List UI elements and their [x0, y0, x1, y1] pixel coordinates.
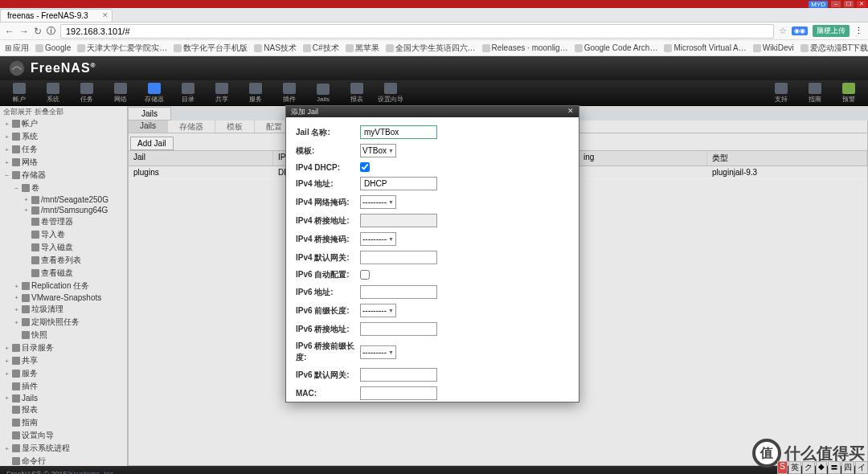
tree-node[interactable]: +服务 [0, 367, 127, 380]
tree-node[interactable]: 插件 [0, 380, 127, 393]
toolbar-storage[interactable]: 存储器 [140, 83, 169, 104]
bookmark-item[interactable]: 全国大学生英语四六… [386, 43, 476, 54]
tree-node[interactable]: 卷管理器 [0, 215, 127, 228]
template-select[interactable]: VTBox▼ [360, 144, 396, 157]
apps-icon[interactable]: ⊞ 应用 [5, 43, 29, 54]
subtab-jails[interactable]: Jails [129, 121, 168, 133]
extension-button[interactable]: 脑梗上传 [813, 25, 850, 37]
ipv4-gw-input[interactable] [360, 251, 437, 264]
tree-node[interactable]: +任务 [0, 143, 127, 156]
subtab-templates[interactable]: 模板 [215, 121, 255, 133]
tree-node[interactable]: 报表 [0, 403, 127, 416]
bookmark-star-icon[interactable]: ☆ [779, 26, 787, 36]
close-tab-icon[interactable]: ✕ [102, 11, 108, 19]
menu-icon[interactable]: ⋮ [854, 26, 863, 36]
tree-node[interactable]: +/mnt/Seagate250G [0, 194, 127, 205]
col-type[interactable]: 类型 [707, 151, 867, 165]
ipv6-plen-select[interactable]: ---------▼ [360, 304, 396, 317]
ipv6-addr-label: IPv6 地址: [296, 287, 360, 298]
bookmark-item[interactable]: Releases · moonlig… [482, 43, 568, 52]
maximize-button[interactable]: ☐ [844, 1, 854, 7]
tree-node[interactable]: 设置向导 [0, 429, 127, 442]
modal-close-icon[interactable]: ✕ [567, 107, 574, 116]
minimize-button[interactable]: – [831, 1, 841, 7]
toolbar-services[interactable]: 服务 [241, 83, 270, 104]
ipv6-addr-input[interactable] [360, 285, 437, 299]
extension-icon[interactable]: ◉◉ [792, 27, 808, 35]
bookmark-item[interactable]: Google [35, 43, 71, 52]
tree-node[interactable]: +定期快照任务 [0, 316, 127, 329]
tree-node[interactable]: +垃圾清理 [0, 303, 127, 316]
toolbar-support[interactable]: 支持 [767, 83, 796, 104]
toolbar-wizard[interactable]: 设置向导 [376, 83, 405, 104]
sidebar-controls[interactable]: 全部展开 折叠全部 [0, 106, 127, 117]
tree-node[interactable]: +VMware-Snapshots [0, 292, 127, 303]
ipv4-brmask-select[interactable]: ---------▼ [360, 232, 396, 246]
bookmark-item[interactable]: 天津大学仁爱学院实… [77, 43, 167, 54]
close-button[interactable]: ✕ [857, 1, 866, 7]
jail-name-input[interactable] [360, 125, 437, 139]
toolbar-account[interactable]: 帐户 [5, 83, 34, 104]
tree-node[interactable]: −存储器 [0, 169, 127, 182]
tree-node[interactable]: 查看卷列表 [0, 254, 127, 267]
ipv6-brplen-select[interactable]: ---------▼ [360, 345, 396, 359]
back-button[interactable]: ← [5, 26, 14, 37]
tree-node[interactable]: +共享 [0, 354, 127, 367]
toolbar-alerts[interactable]: 预警 [834, 83, 863, 104]
mac-input[interactable] [360, 386, 437, 400]
toolbar-guide[interactable]: 指南 [800, 83, 829, 104]
toolbar-system[interactable]: 系统 [39, 83, 68, 104]
toolbar-jails[interactable]: Jails [309, 84, 338, 103]
bookmark-item[interactable]: Microsoft Virtual A… [664, 43, 746, 52]
browser-tab[interactable]: freenas - FreeNAS-9.3 ✕ [0, 9, 113, 22]
tree-node[interactable]: −卷 [0, 182, 127, 194]
tree-node[interactable]: +/mnt/Samsung64G [0, 205, 127, 215]
bookmark-item[interactable]: C#技术 [303, 43, 339, 54]
bookmark-item[interactable]: WikiDevi [753, 43, 794, 52]
tree-node[interactable]: +系统 [0, 130, 127, 143]
tree-node[interactable]: 命令行 [0, 455, 127, 466]
bookmark-item[interactable]: NAS技术 [254, 43, 297, 54]
footer: FreeNAS® © 2015 iXsystems, Inc. [0, 466, 868, 474]
toolbar-plugins[interactable]: 插件 [275, 83, 304, 104]
tree-node[interactable]: +显示系统进程 [0, 442, 127, 455]
forward-button[interactable]: → [19, 26, 29, 37]
col-running[interactable]: ing [579, 151, 707, 165]
tree-node[interactable]: 导入磁盘 [0, 241, 127, 254]
toolbar-network[interactable]: 网络 [106, 83, 135, 104]
tree-node[interactable]: +帐户 [0, 117, 127, 130]
ipv4-dhcp-checkbox[interactable] [360, 162, 370, 172]
toolbar-directory[interactable]: 目录 [174, 83, 203, 104]
bookmark-item[interactable]: 数字化平台手机版 [174, 43, 248, 54]
bookmark-item[interactable]: 黑苹果 [346, 43, 379, 54]
bookmark-item[interactable]: 爱恋动漫BT下载 [800, 43, 868, 54]
tree-node[interactable]: +网络 [0, 156, 127, 169]
ipv6-gw-input[interactable] [360, 368, 437, 382]
freenas-logo-icon [8, 59, 26, 77]
ipv4-mask-select[interactable]: ---------▼ [360, 195, 396, 209]
tab-jails[interactable]: Jails [128, 107, 171, 121]
col-jail[interactable]: Jail [129, 151, 273, 165]
tree-node[interactable]: +Replication 任务 [0, 280, 127, 292]
info-icon[interactable]: ⓘ [47, 25, 55, 37]
add-jail-button[interactable]: Add Jail [130, 137, 174, 150]
toolbar-sharing[interactable]: 共享 [207, 83, 236, 104]
tree-node[interactable]: 快照 [0, 329, 127, 341]
tree-node[interactable]: 导入卷 [0, 228, 127, 241]
footer-link[interactable]: iXsystems, Inc. [67, 470, 116, 474]
tree-node[interactable]: 查看磁盘 [0, 267, 127, 280]
reload-button[interactable]: ↻ [34, 26, 42, 37]
tree-node[interactable]: 指南 [0, 416, 127, 429]
tree-node[interactable]: +Jails [0, 393, 127, 403]
ipv6-auto-checkbox[interactable] [360, 270, 370, 280]
subtab-storage[interactable]: 存储器 [168, 121, 215, 133]
ime-bar: S 英 ク ◆ 〓 四 イ [777, 461, 868, 474]
toolbar-reporting[interactable]: 报表 [342, 83, 371, 104]
bookmark-item[interactable]: Google Code Arch… [575, 43, 658, 52]
ipv4-addr-input[interactable] [360, 177, 437, 190]
toolbar-tasks[interactable]: 任务 [72, 83, 101, 104]
address-input[interactable] [60, 24, 774, 39]
ipv6-bridge-input[interactable] [360, 322, 437, 336]
ipv6-plen-label: IPv6 前缀长度: [296, 305, 360, 317]
tree-node[interactable]: +目录服务 [0, 341, 127, 354]
